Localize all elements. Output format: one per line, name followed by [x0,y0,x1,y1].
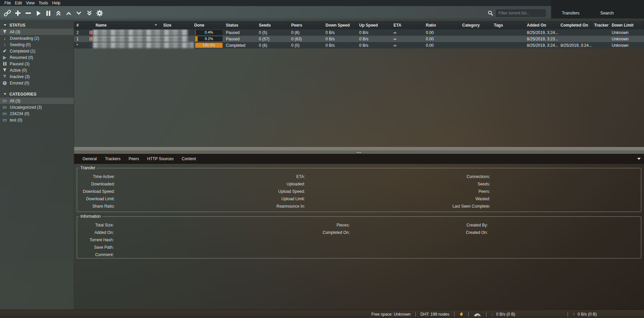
paused-status-icon [90,37,92,41]
status-section-header[interactable]: STATUS [0,22,74,29]
sidebar-category-uncategorized[interactable]: Uncategorized (3) [0,104,74,110]
pause-icon [45,10,51,16]
menu-help[interactable]: Help [50,1,63,5]
tab-http-sources[interactable]: HTTP Sources [143,154,177,164]
row-status: Completed [224,42,257,48]
menu-edit[interactable]: Edit [13,1,24,5]
row-seeds: 0 (5) [257,29,289,36]
sidebar-item-inactive[interactable]: Inactive (3) [0,73,74,80]
column-header-peers[interactable]: Peers [289,21,323,29]
label-torrent-hash: Torrent Hash: [77,236,114,244]
column-header-eta[interactable]: ETA [391,21,423,29]
row-up-speed: 0 B/s [357,42,391,48]
row-peers: 0 (6) [289,29,323,36]
table-row[interactable]: 2 0.4% Paused 0 (5) 0 (6) 0 B/s 0 B/s ∞ … [74,29,644,36]
resume-button[interactable] [33,8,43,18]
progress-label: 100.0% [195,43,223,48]
delete-torrent-button[interactable] [23,8,33,18]
add-torrent-link-button[interactable] [2,8,12,18]
label-download-limit: Download Limit: [77,195,115,203]
column-header-completed-on[interactable]: Completed On [558,21,592,29]
column-header-category[interactable]: Category [460,21,492,29]
sidebar-category-test[interactable]: test (0) [0,117,74,123]
tab-content[interactable]: Content [178,154,200,164]
censored-torrent-name [93,42,194,48]
column-header-status[interactable]: Status [224,21,257,29]
collapse-details-icon[interactable] [637,158,641,160]
check-icon: ✔ [2,49,8,53]
sidebar-item-label: Seeding (0) [10,42,31,47]
sort-descending-icon [155,24,157,26]
sidebar-item-resumed[interactable]: ▶ Resumed (0) [0,54,74,61]
sidebar-item-completed[interactable]: ✔ Completed (1) [0,48,74,54]
sidebar-item-errored[interactable]: ! Errored (0) [0,80,74,86]
tab-transfers[interactable]: Transfers [562,11,579,15]
menu-tools[interactable]: Tools [37,1,50,5]
add-torrent-button[interactable] [13,8,23,18]
sidebar-item-paused[interactable]: Paused (3) [0,61,74,67]
label-created-by: Created By: [413,221,488,229]
folder-icon [2,105,8,109]
menu-file[interactable]: File [2,1,13,5]
column-header-done[interactable]: Done [192,21,224,29]
sidebar-item-label: All (3) [10,99,20,103]
table-row[interactable]: 1 9.2% Paused 0 (57) 0 (63) 0 B/s 0 B/s … [74,36,644,42]
tab-peers[interactable]: Peers [125,154,143,164]
sidebar-item-active[interactable]: Active (0) [0,67,74,73]
panel-splitter[interactable]: ... [74,150,644,154]
move-top-button[interactable] [53,8,63,18]
folder-icon [2,118,8,122]
label-save-path: Save Path: [77,244,114,251]
sidebar-category-all[interactable]: All (3) [0,98,74,104]
menu-view[interactable]: View [24,1,37,5]
tab-search[interactable]: Search [600,11,614,15]
options-button[interactable] [95,8,105,18]
status-bar-main-group: Free space: Unknown DHT: 199 nodes ↓ 0 B… [371,310,515,318]
pause-button[interactable] [43,8,53,18]
collapse-triangle-icon [4,93,6,95]
row-done-cell: 9.2% [192,36,224,42]
move-up-button[interactable] [64,8,74,18]
row-category [460,42,492,48]
label-upload-speed: Upload Speed: [231,188,305,195]
row-ratio: 0.00 [423,29,460,36]
column-header-down-limit[interactable]: Down Limit [609,21,644,29]
sidebar-item-downloading[interactable]: ↓ Downloading (2) [0,35,74,41]
column-header-name[interactable]: Name [86,21,161,29]
sidebar-item-all[interactable]: All (3) [0,29,74,35]
sidebar-item-label: Resumed (0) [10,55,33,60]
paused-status-icon [90,31,92,34]
column-header-down-speed[interactable]: Down Speed [323,21,357,29]
column-header-up-speed[interactable]: Up Speed [357,21,391,29]
categories-section-header[interactable]: CATEGORIES [0,91,74,98]
divider [468,312,469,317]
column-header-tags[interactable]: Tags [492,21,524,29]
tab-general[interactable]: General [78,154,101,164]
row-tracker [592,36,609,42]
table-row[interactable]: * ✔ 100.0% Completed 0 (6) 0 (0) 0 B/s 0… [74,42,644,48]
download-arrow-icon: ↓ [491,312,494,317]
sidebar-item-label: All (3) [10,30,20,34]
sidebar-item-seeding[interactable]: ↑ Seeding (0) [0,41,74,48]
column-header-size[interactable]: Size [161,21,192,29]
tab-trackers[interactable]: Trackers [101,154,125,164]
column-header-num[interactable]: # [74,21,86,29]
move-down-button[interactable] [74,8,84,18]
label-total-size: Total Size: [77,221,114,229]
column-header-seeds[interactable]: Seeds [257,21,289,29]
categories-section-label: CATEGORIES [9,92,36,97]
column-header-added-on[interactable]: Added On [524,21,558,29]
error-icon: ! [2,81,8,85]
move-bottom-button[interactable] [84,8,94,18]
folder-icon [2,99,8,103]
column-header-tracker[interactable]: Tracker [592,21,609,29]
column-header-ratio[interactable]: Ratio [423,21,460,29]
divider [415,312,416,317]
alt-speed-limits-icon[interactable] [473,312,481,317]
filter-torrent-input[interactable] [496,9,546,17]
row-completed-on: 8/25/2019, 3:24... [558,42,592,48]
connection-status-icon[interactable] [459,312,464,317]
sidebar-category-234234[interactable]: 234234 (0) [0,110,74,117]
collapse-triangle-icon [4,24,6,26]
status-section-label: STATUS [9,23,25,28]
